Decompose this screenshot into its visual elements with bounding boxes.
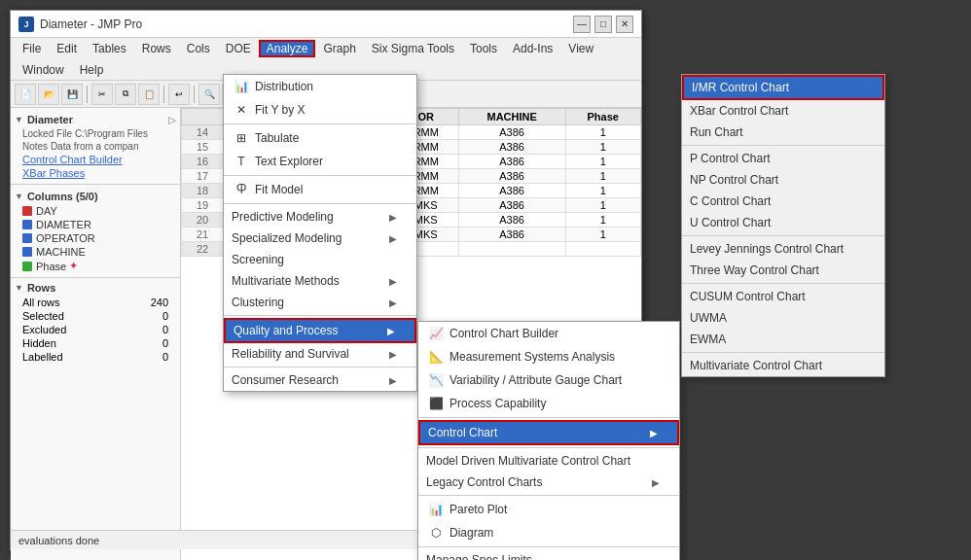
qp-variability-gauge[interactable]: 📉 Variability / Attribute Gauge Chart xyxy=(418,368,679,392)
menu-doe[interactable]: DOE xyxy=(218,40,259,57)
dd-sep5 xyxy=(224,367,416,368)
cc-imr-label: I/MR Control Chart xyxy=(692,81,789,94)
qp-control-chart[interactable]: Control Chart ▶ xyxy=(418,420,679,445)
close-button[interactable]: ✕ xyxy=(616,16,633,33)
cell-machine xyxy=(458,242,565,257)
col-diameter-label: DIAMETER xyxy=(36,219,91,230)
col-phase-icon xyxy=(22,262,32,271)
cc-run-chart[interactable]: Run Chart xyxy=(682,122,884,143)
toolbar-open[interactable]: 📂 xyxy=(38,84,59,105)
cc-u-chart[interactable]: U Control Chart xyxy=(682,212,884,233)
dd-reliability-survival[interactable]: Reliability and Survival ▶ xyxy=(224,343,416,365)
cc-levey-jennings[interactable]: Levey Jennings Control Chart xyxy=(682,238,884,260)
cc-imr[interactable]: I/MR Control Chart xyxy=(682,75,884,100)
toolbar-paste[interactable]: 📋 xyxy=(138,84,160,105)
dd-tabulate[interactable]: ⊞ Tabulate xyxy=(224,126,416,150)
dd-quality-process[interactable]: Quality and Process ▶ xyxy=(224,318,416,343)
col-diameter[interactable]: DIAMETER xyxy=(15,218,176,231)
cc-three-way[interactable]: Three Way Control Chart xyxy=(682,260,884,281)
col-day[interactable]: DAY xyxy=(15,204,176,218)
toolbar-new[interactable]: 📄 xyxy=(15,84,36,105)
dd-fit-model[interactable]: Ⴔ Fit Model xyxy=(224,178,416,201)
cc-uwma[interactable]: UWMA xyxy=(682,307,884,329)
qp-process-capability[interactable]: ⬛ Process Capability xyxy=(418,392,679,415)
rows-labelled: Labelled 0 xyxy=(15,350,176,364)
qp-diagram[interactable]: ⬡ Diagram xyxy=(418,521,679,544)
col-header-phase[interactable]: Phase xyxy=(565,109,641,125)
col-phase[interactable]: Phase ✦ xyxy=(15,259,176,273)
cc-cusum[interactable]: CUSUM Control Chart xyxy=(682,286,884,307)
dd-specialized-modeling[interactable]: Specialized Modeling ▶ xyxy=(224,228,416,249)
cell-machine: A386 xyxy=(458,125,565,140)
dd-clustering[interactable]: Clustering ▶ xyxy=(224,292,416,313)
menu-view[interactable]: View xyxy=(560,40,601,57)
rows-all-value: 240 xyxy=(151,297,168,308)
cc-u-chart-label: U Control Chart xyxy=(690,216,771,229)
dd-distribution[interactable]: 📊 Distribution xyxy=(224,75,416,98)
columns-header[interactable]: ▼ Columns (5/0) xyxy=(15,189,176,204)
qp-control-chart-builder[interactable]: 📈 Control Chart Builder xyxy=(418,322,679,345)
col-header-machine[interactable]: MACHINE xyxy=(458,109,565,125)
dd-fit-y-by-x-label: Fit Y by X xyxy=(255,103,306,117)
toolbar-copy[interactable]: ⧉ xyxy=(115,84,136,105)
link-xbar-phases[interactable]: XBar Phases xyxy=(15,166,176,180)
menu-window[interactable]: Window xyxy=(15,61,72,79)
menu-rows[interactable]: Rows xyxy=(134,40,179,57)
cc-xbar[interactable]: XBar Control Chart xyxy=(682,100,884,122)
col-machine[interactable]: MACHINE xyxy=(15,245,176,259)
col-header-rownum xyxy=(182,109,224,125)
menu-cols[interactable]: Cols xyxy=(179,40,218,57)
menu-graph[interactable]: Graph xyxy=(315,40,363,57)
columns-label: Columns (5/0) xyxy=(27,191,98,202)
dd-fit-y-by-x[interactable]: ✕ Fit Y by X xyxy=(224,98,416,122)
qp-sep3 xyxy=(418,495,679,496)
menu-six-sigma[interactable]: Six Sigma Tools xyxy=(364,40,462,57)
dd-predictive-modeling[interactable]: Predictive Modeling ▶ xyxy=(224,206,416,228)
toolbar-cut[interactable]: ✂ xyxy=(91,84,113,105)
cell-phase xyxy=(565,242,641,257)
toolbar-extra1[interactable]: 🔍 xyxy=(198,84,220,105)
cc-np-chart[interactable]: NP Control Chart xyxy=(682,169,884,191)
menu-help[interactable]: Help xyxy=(72,61,112,79)
cc-ewma[interactable]: EWMA xyxy=(682,329,884,350)
qp-measurement-systems[interactable]: 📐 Measurement Systems Analysis xyxy=(418,345,679,368)
left-panel: ▼ Diameter ▷ Locked File C:\Program File… xyxy=(11,108,181,560)
dd-consumer-research[interactable]: Consumer Research ▶ xyxy=(224,369,416,391)
dd-multivariate-methods[interactable]: Multivariate Methods ▶ xyxy=(224,270,416,292)
col-day-label: DAY xyxy=(36,205,57,217)
qp-manage-spec[interactable]: Manage Spec Limits xyxy=(418,549,679,560)
qp-pareto-plot[interactable]: 📊 Pareto Plot xyxy=(418,498,679,521)
qp-legacy-charts[interactable]: Legacy Control Charts ▶ xyxy=(418,472,679,493)
menu-analyze[interactable]: Analyze xyxy=(259,40,316,57)
menu-file[interactable]: File xyxy=(15,40,49,57)
dd-sep1 xyxy=(224,123,416,124)
cc-multivariate[interactable]: Multivariate Control Chart xyxy=(682,355,884,376)
dd-text-explorer[interactable]: T Text Explorer xyxy=(224,150,416,173)
rows-labelled-label: Labelled xyxy=(22,351,63,363)
maximize-button[interactable]: □ xyxy=(594,16,612,33)
toolbar-undo[interactable]: ↩ xyxy=(168,84,190,105)
panel-expand[interactable]: ▷ xyxy=(168,115,176,125)
cell-phase: 1 xyxy=(565,125,641,140)
consumer-arrow: ▶ xyxy=(389,375,397,386)
rows-hidden: Hidden 0 xyxy=(15,336,176,350)
dd-screening[interactable]: Screening xyxy=(224,249,416,270)
diameter-header[interactable]: ▼ Diameter ▷ xyxy=(15,112,176,127)
columns-section: ▼ Columns (5/0) DAY DIAMETER OPERATOR xyxy=(11,185,180,278)
cc-c-chart[interactable]: C Control Chart xyxy=(682,191,884,212)
cc-p-chart[interactable]: P Control Chart xyxy=(682,148,884,169)
minimize-button[interactable]: — xyxy=(573,16,591,33)
col-operator-icon xyxy=(22,233,32,243)
qp-model-driven[interactable]: Model Driven Multivariate Control Chart xyxy=(418,450,679,472)
cc-sep1 xyxy=(682,145,884,146)
qp-capability-label: Process Capability xyxy=(450,397,546,410)
cc-uwma-label: UWMA xyxy=(690,311,727,325)
menu-tools[interactable]: Tools xyxy=(462,40,505,57)
menu-edit[interactable]: Edit xyxy=(49,40,85,57)
menu-tables[interactable]: Tables xyxy=(85,40,134,57)
rows-selected-value: 0 xyxy=(162,310,168,322)
col-operator[interactable]: OPERATOR xyxy=(15,231,176,245)
link-control-chart-builder[interactable]: Control Chart Builder xyxy=(15,153,176,166)
menu-addins[interactable]: Add-Ins xyxy=(505,40,560,57)
toolbar-save[interactable]: 💾 xyxy=(61,84,83,105)
